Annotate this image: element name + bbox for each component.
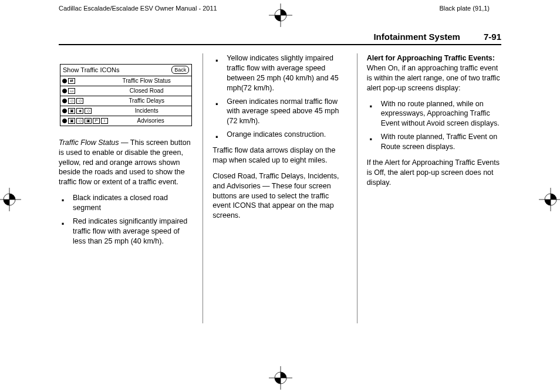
lead-term-bold: Alert for Approaching Traffic Events:: [367, 54, 495, 62]
page-number: 7-91: [484, 32, 501, 42]
arrows-icon: ⇄: [68, 78, 75, 84]
bullet-list: Black indicates a closed road segment Re…: [59, 193, 193, 246]
column-divider: [357, 53, 357, 323]
registration-mark-right: [539, 188, 560, 211]
figure-row: ⇄ Traffic Flow Status: [60, 76, 191, 86]
figure-row: ▣◇▣Pi Advisories: [60, 116, 191, 126]
plate-label: Black plate (91,1): [439, 5, 490, 12]
bullet-list: With no route planned, while on expressw…: [367, 99, 501, 152]
bullet-item: Orange indicates construction.: [212, 130, 347, 140]
figure-icons: ▣◇▣Pi: [60, 117, 110, 124]
column-3: Alert for Approaching Traffic Events: Wh…: [367, 53, 501, 323]
radio-icon: [62, 79, 67, 83]
bullet-item: With no route planned, while on expressw…: [367, 99, 501, 129]
radio-icon: [62, 89, 67, 93]
traffic-icons-figure: Show Traffic ICONs Back ⇄ Traffic Flow S…: [60, 64, 192, 126]
road-closed-icon: ▭: [68, 88, 75, 94]
incident-icon: ◇: [85, 108, 92, 114]
delay-icon: ◇: [76, 98, 83, 104]
advisory-icon: ▣: [85, 118, 92, 124]
figure-icons: ⇄: [60, 77, 102, 85]
advisory-icon: ▣: [68, 118, 75, 124]
figure-header: Show Traffic ICONs Back: [60, 65, 191, 76]
bullet-list: Yellow indicates slightly impaired traff…: [212, 53, 347, 140]
para-alert-events: Alert for Approaching Traffic Events: Wh…: [367, 53, 501, 93]
manual-title: Cadillac Escalade/Escalade ESV Owner Man…: [59, 5, 217, 12]
para-alert-off: If the Alert for Approaching Traffic Eve…: [367, 158, 501, 188]
svg-point-11: [275, 372, 286, 384]
bullet-item: Green indicates normal traffic flow with…: [212, 97, 347, 127]
section-title: Infotainment System: [373, 32, 460, 42]
bullet-item: Black indicates a closed road segment: [59, 193, 193, 213]
delay-icon: ◇: [68, 98, 75, 104]
column-divider: [203, 53, 203, 323]
advisory-icon: ◇: [76, 118, 83, 124]
para-traffic-flow-status: Traffic Flow Status — This screen button…: [59, 138, 193, 187]
incident-icon: ◈: [76, 108, 83, 114]
print-header: Cadillac Escalade/Escalade ESV Owner Man…: [0, 0, 560, 14]
figure-row-label: Closed Road: [102, 86, 191, 96]
figure-row-label: Traffic Flow Status: [102, 76, 191, 86]
figure-icons: ◇◇: [60, 97, 102, 104]
bullet-item: With route planned, Traffic Event on Rou…: [367, 132, 501, 152]
incident-icon: ▣: [68, 108, 75, 114]
advisory-icon: i: [101, 118, 108, 124]
figure-row-label: Traffic Delays: [102, 96, 191, 106]
advisory-icon: P: [93, 118, 100, 124]
figure-icons: ▣◈◇: [60, 107, 102, 114]
radio-icon: [62, 109, 67, 113]
registration-mark-bottom: [269, 366, 292, 390]
column-2: Yellow indicates slightly impaired traff…: [212, 53, 347, 323]
figure-row: ▣◈◇ Incidents: [60, 106, 191, 116]
column-1: Show Traffic ICONs Back ⇄ Traffic Flow S…: [59, 53, 193, 323]
para-screen-buttons: Closed Road, Traffic Delays, Incidents, …: [212, 171, 347, 221]
svg-point-5: [4, 194, 15, 205]
figure-title: Show Traffic ICONs: [63, 66, 119, 75]
bullet-item: Yellow indicates slightly impaired traff…: [212, 53, 347, 93]
para-flow-arrows: Traffic flow data arrows display on the …: [212, 146, 347, 165]
page-header: Infotainment System 7-91: [59, 32, 501, 45]
figure-icons: ▭: [60, 87, 102, 94]
radio-icon: [62, 99, 67, 103]
back-button: Back: [171, 66, 189, 74]
figure-row: ◇◇ Traffic Delays: [60, 96, 191, 106]
svg-point-8: [545, 194, 556, 205]
figure-row-label: Advisories: [110, 116, 191, 126]
bullet-item: Red indicates significantly impaired tra…: [59, 217, 193, 246]
radio-icon: [62, 119, 67, 123]
lead-term: Traffic Flow Status: [59, 138, 119, 147]
figure-row: ▭ Closed Road: [60, 86, 191, 96]
lead-rest: When On, if an approaching traffic event…: [367, 64, 500, 92]
content-area: Show Traffic ICONs Back ⇄ Traffic Flow S…: [59, 53, 501, 323]
registration-mark-left: [0, 188, 21, 211]
figure-row-label: Incidents: [102, 106, 191, 116]
